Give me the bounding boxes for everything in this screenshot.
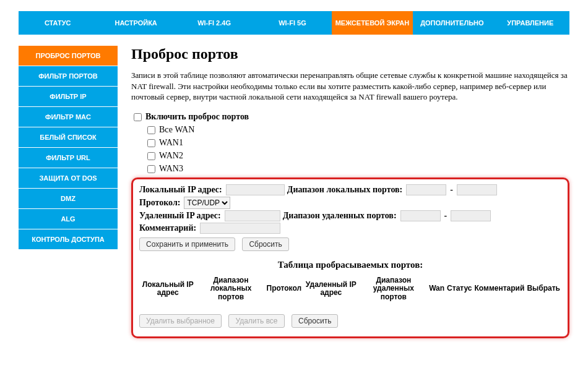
remote-ports-label: Диапазон удаленных портов: (283, 211, 397, 221)
wan-all-checkbox[interactable] (147, 126, 155, 134)
th-status: Статус (446, 274, 473, 304)
tab-wifi5g[interactable]: WI-FI 5G (253, 11, 331, 35)
dash-2: - (444, 211, 447, 221)
page-description: Записи в этой таблице позволяют автомати… (131, 70, 569, 103)
reset-table-button[interactable]: Сбросить (292, 314, 338, 328)
enable-port-forwarding-checkbox[interactable] (134, 113, 142, 121)
remote-ip-label: Удаленный IP адрес: (139, 211, 221, 221)
local-ports-label: Диапазон локальных портов: (287, 185, 403, 195)
wan3-label: WAN3 (159, 164, 183, 174)
sidebar-item-dmz[interactable]: DMZ (19, 189, 118, 208)
wan2-row[interactable]: WAN2 (145, 150, 569, 162)
th-wan: Wan (428, 274, 446, 304)
enable-options: Включить проброс портов Все WAN WAN1 WAN… (131, 111, 569, 175)
th-protocol: Протокол (266, 274, 303, 304)
remote-ip-input[interactable] (225, 210, 280, 221)
th-remote-ip: Удаленный IP адрес (303, 274, 359, 304)
sidebar-item-port-forwarding[interactable]: ПРОБРОС ПОРТОВ (19, 46, 118, 66)
save-apply-button[interactable]: Сохранить и применить (139, 237, 235, 251)
dash-1: - (450, 185, 453, 195)
enable-port-forwarding-row[interactable]: Включить проброс портов (131, 111, 569, 123)
sidebar-item-access-control[interactable]: КОНТРОЛЬ ДОСТУПА (19, 229, 118, 249)
th-comment: Комментарий (473, 274, 526, 304)
th-local-ports: Диапазон локальных портов (196, 274, 265, 304)
sidebar-item-mac-filter[interactable]: ФИЛЬТР MAC (19, 107, 118, 127)
comment-input[interactable] (200, 223, 280, 234)
delete-selected-button[interactable]: Удалить выбранное (139, 314, 222, 328)
protocol-label: Протокол: (139, 198, 180, 208)
enable-port-forwarding-label: Включить проброс портов (145, 112, 249, 122)
wan3-checkbox[interactable] (147, 165, 155, 173)
sidebar-item-url-filter[interactable]: ФИЛЬТР URL (19, 148, 118, 168)
wan3-row[interactable]: WAN3 (145, 163, 569, 175)
top-navigation: СТАТУС НАСТРОЙКА WI-FI 2.4G WI-FI 5G МЕЖ… (19, 11, 569, 35)
wan2-label: WAN2 (159, 151, 183, 161)
form-highlight-box: Локальный IP адрес: Диапазон локальных п… (131, 177, 569, 338)
remote-port-from-input[interactable] (400, 210, 441, 221)
sidebar-item-dos-protection[interactable]: ЗАЩИТА ОТ DOS (19, 168, 118, 188)
local-ip-input[interactable] (226, 184, 285, 195)
wan2-checkbox[interactable] (147, 152, 155, 160)
delete-all-button[interactable]: Удалить все (228, 314, 284, 328)
sidebar-item-ip-filter[interactable]: ФИЛЬТР IP (19, 87, 118, 106)
sidebar-item-whitelist[interactable]: БЕЛЫЙ СПИСОК (19, 127, 118, 147)
sidebar-item-port-filter[interactable]: ФИЛЬТР ПОРТОВ (19, 66, 118, 86)
wan1-label: WAN1 (159, 138, 183, 148)
reset-form-button[interactable]: Сбросить (242, 237, 288, 251)
comment-label: Комментарий: (139, 223, 196, 233)
sidebar-item-alg[interactable]: ALG (19, 209, 118, 229)
local-port-from-input[interactable] (406, 184, 446, 195)
page-title: Проброс портов (131, 46, 569, 62)
tab-management[interactable]: УПРАВЛЕНИЕ (491, 11, 569, 35)
protocol-select[interactable]: TCP/UDP (184, 197, 230, 209)
port-forwarding-table: Локальный IP адрес Диапазон локальных по… (139, 274, 561, 304)
content: Проброс портов Записи в этой таблице поз… (118, 46, 569, 338)
table-title: Таблица пробрасываемых портов: (139, 260, 561, 270)
wan-all-label: Все WAN (159, 125, 194, 135)
remote-port-to-input[interactable] (451, 210, 491, 221)
wan1-checkbox[interactable] (147, 139, 155, 147)
sidebar: ПРОБРОС ПОРТОВ ФИЛЬТР ПОРТОВ ФИЛЬТР IP Ф… (19, 46, 118, 338)
th-select: Выбрать (525, 274, 561, 304)
local-port-to-input[interactable] (457, 184, 497, 195)
wan-all-row[interactable]: Все WAN (145, 124, 569, 136)
tab-advanced[interactable]: ДОПОЛНИТЕЛЬНО (413, 11, 491, 35)
th-local-ip: Локальный IP адрес (139, 274, 196, 304)
tab-setup[interactable]: НАСТРОЙКА (97, 11, 175, 35)
tab-status[interactable]: СТАТУС (19, 11, 97, 35)
wan1-row[interactable]: WAN1 (145, 137, 569, 149)
tab-wifi24g[interactable]: WI-FI 2.4G (175, 11, 253, 35)
th-remote-ports: Диапазон удаленных портов (360, 274, 428, 304)
tab-firewall[interactable]: МЕЖСЕТЕВОЙ ЭКРАН (332, 11, 413, 35)
local-ip-label: Локальный IP адрес: (139, 185, 222, 195)
